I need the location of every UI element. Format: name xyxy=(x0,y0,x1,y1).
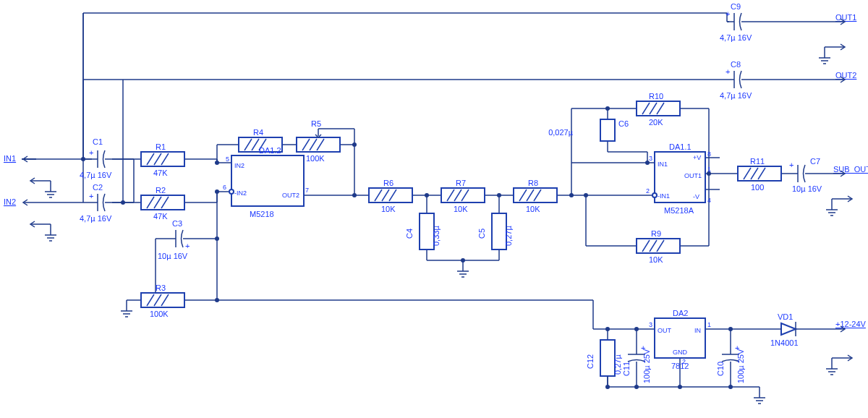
svg-text:4,7µ 16V: 4,7µ 16V xyxy=(720,33,752,42)
port-in1: IN1 xyxy=(4,154,16,163)
svg-point-274 xyxy=(652,193,657,197)
svg-text:1: 1 xyxy=(707,166,711,173)
resistor-r8: R8 10K xyxy=(514,179,557,213)
svg-text:+: + xyxy=(735,344,739,352)
svg-text:5: 5 xyxy=(226,155,229,163)
diode-vd1: VD1 1N4001 xyxy=(767,312,799,347)
svg-text:47K: 47K xyxy=(153,212,168,221)
svg-text:100µ 25V: 100µ 25V xyxy=(736,349,745,383)
svg-text:7: 7 xyxy=(305,187,309,194)
resistor-r11: R11 100 xyxy=(738,157,781,192)
ic-da1-1: DA1.1 M5218A IN1 3 -IN1 2 OUT1 1 +V 8 -V… xyxy=(646,142,711,215)
svg-text:C7: C7 xyxy=(810,157,820,166)
svg-text:100K: 100K xyxy=(306,154,325,163)
capacitor-c12: C12 0,27µ xyxy=(586,340,622,376)
svg-text:10µ 16V: 10µ 16V xyxy=(792,184,822,193)
ic-da1-2: DA1.2 M5218 IN2 5 -IN2 6 OUT2 7 xyxy=(223,146,309,218)
svg-text:R6: R6 xyxy=(383,179,393,187)
svg-text:10K: 10K xyxy=(381,205,396,213)
svg-point-36 xyxy=(352,142,357,147)
svg-text:10µ 16V: 10µ 16V xyxy=(158,252,188,260)
resistor-r9: R9 10K xyxy=(637,229,680,264)
svg-point-99 xyxy=(634,385,639,389)
svg-point-44 xyxy=(425,193,429,197)
port-power: +12-24V xyxy=(835,320,867,328)
svg-point-78 xyxy=(215,189,219,194)
svg-text:R4: R4 xyxy=(253,128,263,137)
schematic: C1 4,7µ 16V + C2 4,7µ 16V + R1 47K R2 47… xyxy=(0,0,868,418)
svg-text:C9: C9 xyxy=(731,2,741,11)
capacitor-c7: C7 10µ 16V + xyxy=(789,157,822,193)
svg-text:100K: 100K xyxy=(150,310,169,318)
svg-text:OUT2: OUT2 xyxy=(282,192,299,199)
svg-text:4,7µ 16V: 4,7µ 16V xyxy=(80,214,112,223)
svg-text:C8: C8 xyxy=(731,60,741,69)
resistor-r6: R6 10K xyxy=(369,179,412,213)
svg-rect-254 xyxy=(600,340,615,376)
svg-text:C12: C12 xyxy=(586,354,595,369)
svg-text:R10: R10 xyxy=(649,92,663,101)
svg-text:10K: 10K xyxy=(526,205,540,213)
svg-point-69 xyxy=(584,193,588,197)
svg-text:+: + xyxy=(185,242,190,250)
svg-text:C3: C3 xyxy=(172,219,182,228)
svg-text:DA1.1: DA1.1 xyxy=(669,142,692,151)
svg-text:+V: +V xyxy=(693,154,701,161)
svg-text:C10: C10 xyxy=(716,362,725,376)
svg-text:DA2: DA2 xyxy=(673,309,688,317)
svg-point-59 xyxy=(605,106,610,111)
svg-text:+: + xyxy=(789,161,793,169)
svg-text:VD1: VD1 xyxy=(778,312,793,321)
svg-point-51 xyxy=(461,258,465,263)
capacitor-c6: C6 0,027µ xyxy=(548,119,629,141)
svg-text:C1: C1 xyxy=(93,137,103,146)
svg-text:IN1: IN1 xyxy=(658,161,668,168)
svg-text:R5: R5 xyxy=(311,119,321,128)
svg-marker-292 xyxy=(781,323,796,335)
svg-text:47K: 47K xyxy=(153,169,168,177)
svg-text:C11: C11 xyxy=(622,362,631,376)
svg-text:R8: R8 xyxy=(528,179,538,187)
resistor-r2: R2 47K xyxy=(141,186,184,221)
resistor-r7: R7 10K xyxy=(441,179,485,213)
svg-text:-IN1: -IN1 xyxy=(658,192,670,200)
svg-text:0,33µ: 0,33µ xyxy=(432,226,441,246)
svg-text:+: + xyxy=(89,148,93,157)
svg-text:+: + xyxy=(726,67,730,76)
svg-text:2: 2 xyxy=(682,358,686,365)
svg-text:M5218A: M5218A xyxy=(664,206,694,215)
svg-text:R2: R2 xyxy=(156,186,166,195)
svg-text:M5218: M5218 xyxy=(250,210,274,218)
svg-text:10K: 10K xyxy=(649,255,663,264)
svg-text:-V: -V xyxy=(693,193,699,200)
svg-text:6: 6 xyxy=(223,184,226,191)
svg-text:1N4001: 1N4001 xyxy=(770,338,799,347)
svg-text:3: 3 xyxy=(649,155,652,162)
capacitor-c4: C4 0,33µ xyxy=(405,213,441,249)
svg-text:0,027µ: 0,027µ xyxy=(548,128,574,137)
svg-point-46 xyxy=(497,193,501,197)
svg-text:R1: R1 xyxy=(156,142,166,151)
svg-text:R9: R9 xyxy=(651,229,661,238)
ic-da2: DA2 7812 OUT 3 IN 1 GND 2 xyxy=(649,309,711,370)
svg-text:IN: IN xyxy=(694,327,701,334)
svg-text:20K: 20K xyxy=(649,118,663,127)
svg-point-30 xyxy=(215,161,219,165)
svg-text:DA1.2: DA1.2 xyxy=(259,146,281,155)
port-out1: OUT1 xyxy=(835,13,856,22)
svg-text:R3: R3 xyxy=(156,283,166,292)
svg-text:OUT: OUT xyxy=(658,327,672,334)
svg-text:4,7µ 16V: 4,7µ 16V xyxy=(80,171,112,179)
svg-text:100µ 25V: 100µ 25V xyxy=(642,349,651,383)
svg-point-264 xyxy=(229,189,234,194)
svg-text:IN2: IN2 xyxy=(234,162,244,169)
port-out2: OUT2 xyxy=(835,71,856,80)
svg-text:C5: C5 xyxy=(477,229,486,239)
svg-text:+: + xyxy=(726,9,730,18)
svg-text:+: + xyxy=(641,344,645,352)
svg-text:C6: C6 xyxy=(618,119,629,128)
svg-text:0,27µ: 0,27µ xyxy=(504,226,513,246)
capacitor-c3: C3 10µ 16V + xyxy=(158,219,190,260)
svg-text:4,7µ 16V: 4,7µ 16V xyxy=(720,91,752,100)
svg-rect-221 xyxy=(600,119,615,141)
